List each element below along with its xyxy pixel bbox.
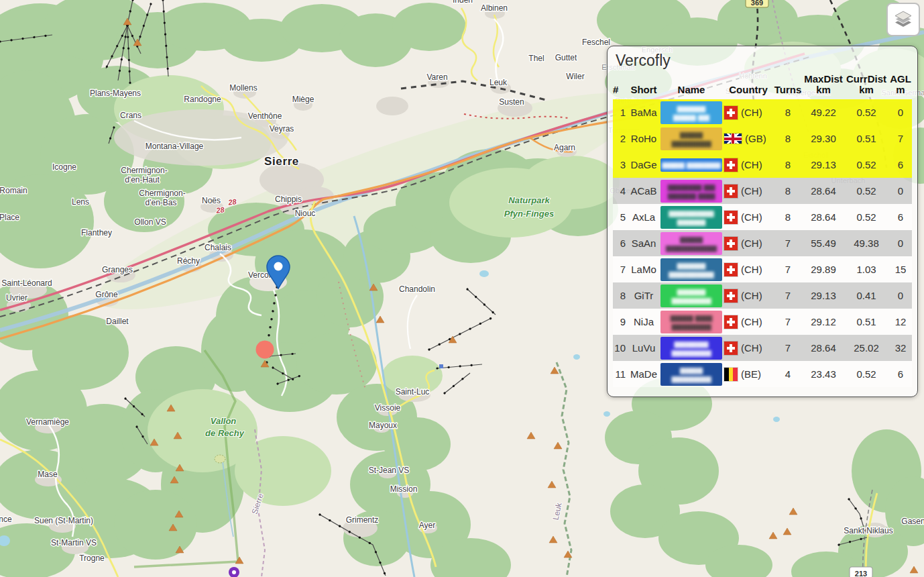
position-circle-marker[interactable] <box>256 341 274 359</box>
table-row[interactable]: 7 LaMo ▆▆▆▆▆▆▆▆▆▆▆▆▆ (CH) 7 29.89 1.03 1… <box>613 256 912 282</box>
country-flag-icon <box>724 237 738 250</box>
country-code: (CH) <box>741 264 762 275</box>
map-label: d'en-Bas <box>146 198 177 207</box>
table-row[interactable]: 5 AxLa ▆▆▆▆▆▆▆▆▆▆▆▆▆ (CH) 8 28.64 0.52 6 <box>613 204 912 230</box>
pilot-name-badge: ▆▆▆▆▆▆▆▆▆▆▆▆▆ <box>660 337 723 360</box>
rank-cell: 4 <box>613 185 628 197</box>
map-label: Grône <box>95 290 118 299</box>
table-row[interactable]: 4 ACaB ▆▆▆▆▆▆ ▆▆▆▆▆▆▆ ▆▆▆ (CH) 8 28.64 0… <box>613 178 912 204</box>
turns-cell: 8 <box>774 159 802 170</box>
map-label: Vernamiège <box>26 417 69 427</box>
country-code: (GB) <box>745 133 766 144</box>
map-label: Vissoie <box>375 403 401 413</box>
turns-cell: 4 <box>774 368 802 380</box>
map-label: Randogne <box>184 95 221 104</box>
pilot-short-code: RoHo <box>628 133 660 144</box>
col-short: Short <box>628 85 660 95</box>
pilot-short-code: MaDe <box>628 368 660 380</box>
country-cell: (CH) <box>723 263 774 276</box>
country-cell: (BE) <box>723 368 774 381</box>
agl-cell: 0 <box>888 238 913 249</box>
maxdist-cell: 29.12 <box>802 316 845 327</box>
col-maxdist: MaxDistkm <box>802 74 845 95</box>
turns-cell: 8 <box>774 133 802 144</box>
currdist-cell: 0.52 <box>845 211 888 223</box>
map-label: Varen <box>426 72 447 82</box>
agl-cell: 6 <box>888 159 913 170</box>
country-flag-icon <box>724 158 738 172</box>
table-row[interactable]: 1 BaMa ▆▆▆▆▆▆▆▆▆ ▆▆ (CH) 8 49.22 0.52 0 <box>613 99 912 125</box>
table-row[interactable]: 3 DaGe ▆▆▆▆ ▆▆▆▆▆▆ (CH) 8 29.13 0.52 6 <box>613 152 912 178</box>
country-code: (CH) <box>741 342 762 354</box>
rank-cell: 2 <box>613 133 628 144</box>
map-label: Albinen <box>481 3 508 13</box>
table-row[interactable]: 6 SaAn ▆▆▆▆▆▆▆▆▆▆▆▆▆ (CH) 7 55.49 49.38 … <box>613 230 912 256</box>
table-row[interactable]: 9 NiJa ▆▆▆▆ ▆▆▆▆▆▆▆▆▆▆ (CH) 7 29.12 0.51… <box>613 309 912 335</box>
map-label: Guttet <box>555 53 577 62</box>
table-header: # Short Name Country Turns MaxDistkm Cur… <box>613 74 912 99</box>
country-cell: (GB) <box>723 133 774 144</box>
maxdist-cell: 28.64 <box>802 342 845 354</box>
currdist-cell: 0.51 <box>845 133 888 144</box>
pilot-name-badge: ▆▆▆▆▆▆ ▆▆▆▆▆▆▆ ▆▆▆ <box>660 180 723 203</box>
maxdist-cell: 55.49 <box>802 238 845 249</box>
agl-cell: 0 <box>888 107 913 118</box>
leaderboard-panel: Vercofly # Short Name Country Turns MaxD… <box>607 46 918 397</box>
country-code: (CH) <box>741 159 762 170</box>
rank-cell: 7 <box>613 264 628 275</box>
map-label: Pfyn-Finges <box>504 209 554 219</box>
country-flag-icon <box>724 134 742 144</box>
map-label: Lens <box>72 197 89 207</box>
map-label: Thel <box>528 54 544 63</box>
map-label: d'en-Haut <box>125 175 160 185</box>
pilot-name-badge: ▆▆▆▆▆▆▆▆▆▆▆▆▆ <box>660 206 723 229</box>
agl-cell: 7 <box>888 133 913 144</box>
turns-cell: 8 <box>774 211 802 223</box>
col-currdist: CurrDistkm <box>845 74 888 95</box>
country-cell: (CH) <box>723 315 774 329</box>
turns-cell: 7 <box>774 316 802 327</box>
country-flag-icon <box>724 368 738 381</box>
map-label: Agarn <box>554 143 575 152</box>
rank-cell: 1 <box>613 107 628 118</box>
map-canvas[interactable]: Plans-MayensCransRandogneMollensMiègeVen… <box>0 0 924 577</box>
currdist-cell: 1.03 <box>845 264 888 275</box>
map-label: Feschel <box>582 38 610 47</box>
col-turns: Turns <box>774 85 802 95</box>
country-cell: (CH) <box>723 211 774 224</box>
route-shield-label: 213 <box>855 570 867 577</box>
country-code: (CH) <box>741 107 762 118</box>
currdist-cell: 25.02 <box>845 342 888 354</box>
map-label: Place <box>0 213 19 222</box>
currdist-cell: 0.52 <box>845 185 888 197</box>
table-row[interactable]: 8 GiTr ▆▆▆▆▆▆▆▆▆▆▆▆ (CH) 7 29.13 0.41 0 <box>613 282 912 309</box>
map-label: Flanthey <box>81 228 112 238</box>
currdist-cell: 49.38 <box>845 238 888 249</box>
country-cell: (CH) <box>723 237 774 250</box>
map-label: Venthône <box>248 111 282 121</box>
pilot-short-code: AxLa <box>628 211 660 223</box>
maxdist-cell: 29.89 <box>802 264 845 275</box>
country-code: (CH) <box>741 290 762 301</box>
country-code: (BE) <box>741 368 761 380</box>
maxdist-cell: 49.22 <box>802 107 845 118</box>
country-cell: (CH) <box>723 185 774 198</box>
pilot-name-badge: ▆▆▆▆▆▆▆▆▆▆▆▆▆ <box>660 232 723 255</box>
maxdist-cell: 28.64 <box>802 211 845 223</box>
map-label: Mollens <box>229 83 257 93</box>
map-label: Miège <box>292 95 314 104</box>
map-label: Niouc <box>295 209 316 218</box>
map-label: Grimentz <box>346 515 379 525</box>
map-label: St-Jean VS <box>369 466 410 475</box>
agl-cell: 15 <box>888 264 913 275</box>
table-row[interactable]: 10 LuVu ▆▆▆▆▆▆▆▆▆▆▆▆▆ (CH) 7 28.64 25.02… <box>613 335 912 361</box>
map-label: 28 <box>215 205 226 215</box>
maxdist-cell: 29.30 <box>802 133 845 144</box>
table-row[interactable]: 2 RoHo ▆▆▆▆▆▆▆▆▆▆▆ (GB) 8 29.30 0.51 7 <box>613 125 912 152</box>
turns-cell: 7 <box>774 238 802 249</box>
map-label: Noës <box>202 196 221 205</box>
country-cell: (CH) <box>723 289 774 303</box>
layers-control-button[interactable] <box>886 3 920 36</box>
country-flag-icon <box>724 289 738 303</box>
table-row[interactable]: 11 MaDe ▆▆▆▆▆▆▆▆▆▆▆ (BE) 4 23.43 0.52 6 <box>613 361 912 387</box>
